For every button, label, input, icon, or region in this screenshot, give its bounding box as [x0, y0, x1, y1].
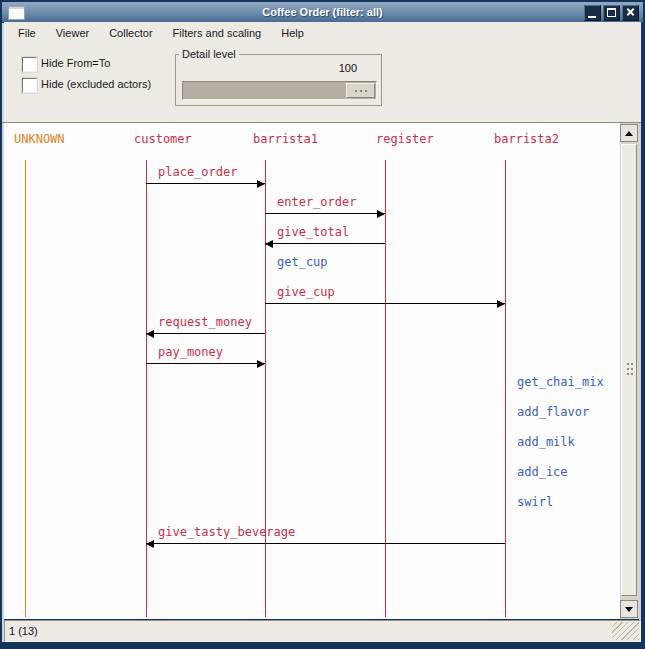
actor-barrista2[interactable]: barrista2: [494, 133, 559, 145]
arrow-line-give-tasty-beverage: [146, 543, 505, 544]
scroll-down-button[interactable]: [620, 600, 638, 618]
menu-item-file[interactable]: File: [11, 22, 43, 44]
window-icon: [8, 6, 25, 20]
message-give-total[interactable]: give_total: [277, 226, 349, 238]
arrow-line-give-cup: [265, 303, 505, 304]
arrow-head-icon: [146, 540, 154, 548]
arrow-head-icon: [257, 360, 265, 368]
window-controls: [584, 5, 639, 21]
arrow-head-icon: [146, 330, 154, 338]
et-viewer-window: Coffee Order (filter: all) FileViewerCol…: [0, 0, 645, 649]
menu-item-help[interactable]: Help: [274, 22, 311, 44]
actor-register[interactable]: register: [376, 133, 434, 145]
message-get-chai-mix[interactable]: get_chai_mix: [517, 376, 604, 388]
lifeline-customer: [146, 160, 147, 617]
menu-item-collector[interactable]: Collector: [102, 22, 159, 44]
window-title: Coffee Order (filter: all): [2, 3, 643, 22]
menu-item-viewer[interactable]: Viewer: [49, 22, 96, 44]
title-bar[interactable]: Coffee Order (filter: all): [2, 2, 643, 23]
scrollbar-grip-icon: [627, 363, 629, 365]
maximize-icon: [607, 8, 616, 17]
message-give-tasty-beverage[interactable]: give_tasty_beverage: [158, 526, 295, 538]
arrow-head-icon: [265, 240, 273, 248]
message-add-milk[interactable]: add_milk: [517, 436, 575, 448]
message-request-money[interactable]: request_money: [158, 316, 252, 328]
minimize-icon: [588, 16, 596, 18]
arrow-line-enter-order: [265, 213, 385, 214]
lifeline-unknown: [25, 160, 26, 617]
hide-excluded-actors-checkbox[interactable]: [22, 78, 37, 93]
arrow-head-icon: [497, 300, 505, 308]
message-add-flavor[interactable]: add_flavor: [517, 406, 589, 418]
vertical-scrollbar[interactable]: [620, 123, 639, 619]
detail-level-group: Detail level 100: [175, 48, 382, 106]
maximize-button[interactable]: [603, 5, 620, 21]
menu-item-filters-and-scaling[interactable]: Filters and scaling: [166, 22, 269, 44]
detail-level-value: 100: [339, 62, 357, 74]
arrow-line-place-order: [146, 183, 265, 184]
arrow-down-icon: [625, 607, 633, 612]
close-button[interactable]: [622, 5, 639, 21]
detail-level-legend: Detail level: [179, 48, 239, 60]
scroll-up-button[interactable]: [620, 124, 638, 142]
menu-bar: FileViewerCollectorFilters and scalingHe…: [4, 22, 641, 44]
actor-customer[interactable]: customer: [134, 133, 192, 145]
arrow-line-give-total: [265, 243, 385, 244]
status-text: 1 (13): [9, 621, 38, 641]
lifeline-register: [385, 160, 386, 617]
sequence-canvas[interactable]: UNKNOWNcustomerbarrista1registerbarrista…: [4, 123, 620, 619]
arrow-up-icon: [625, 131, 633, 136]
minimize-button[interactable]: [584, 5, 601, 21]
hide-excluded-actors-label: Hide (excluded actors): [41, 78, 151, 91]
actor-unknown[interactable]: UNKNOWN: [14, 133, 65, 145]
message-enter-order[interactable]: enter_order: [277, 196, 356, 208]
message-place-order[interactable]: place_order: [158, 166, 237, 178]
menu-bar-list: FileViewerCollectorFilters and scalingHe…: [4, 22, 641, 44]
actor-barrista1[interactable]: barrista1: [253, 133, 318, 145]
detail-level-slider[interactable]: [182, 81, 377, 100]
lifeline-barrista2: [505, 160, 506, 617]
slider-grip-icon: [355, 90, 357, 92]
lifeline-barrista1: [265, 160, 266, 617]
message-get-cup[interactable]: get_cup: [277, 256, 328, 268]
arrow-line-request-money: [146, 333, 265, 334]
hide-from-to-checkbox[interactable]: [22, 57, 37, 72]
message-add-ice[interactable]: add_ice: [517, 466, 568, 478]
arrow-head-icon: [377, 210, 385, 218]
resize-grip[interactable]: [612, 622, 639, 640]
arrow-line-pay-money: [146, 363, 265, 364]
toolbar-panel: Hide From=To Hide (excluded actors) Deta…: [4, 44, 641, 122]
slider-handle[interactable]: [346, 83, 375, 98]
arrow-head-icon: [257, 180, 265, 188]
message-give-cup[interactable]: give_cup: [277, 286, 335, 298]
hide-from-to-label: Hide From=To: [41, 57, 110, 70]
status-bar: 1 (13): [4, 620, 641, 642]
scrollbar-thumb[interactable]: [621, 144, 637, 596]
message-swirl[interactable]: swirl: [517, 496, 553, 508]
message-pay-money[interactable]: pay_money: [158, 346, 223, 358]
